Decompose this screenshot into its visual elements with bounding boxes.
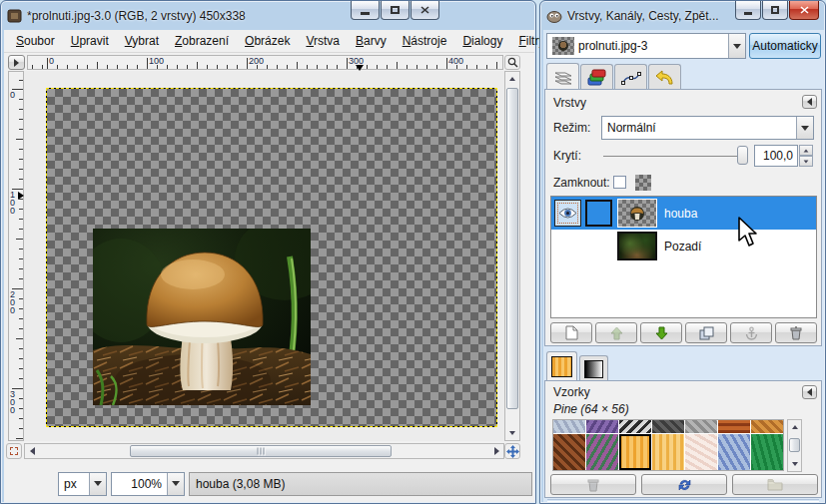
pattern-swatch-rust[interactable] [718, 420, 750, 433]
pattern-swatch-hatch[interactable] [685, 420, 717, 433]
tab-patterns[interactable] [546, 351, 577, 381]
navigation-cross-icon [506, 445, 519, 458]
status-text: houba (3,08 MB) [196, 477, 285, 491]
pattern-swatch-sky[interactable] [553, 420, 585, 433]
layer-row-houba[interactable]: houba [551, 197, 816, 230]
mouse-cursor [737, 217, 759, 249]
delete-layer-button[interactable] [775, 322, 817, 343]
patterns-tab-menu-button[interactable] [802, 385, 817, 399]
visibility-toggle[interactable] [554, 200, 581, 227]
horizontal-scrollbar[interactable] [24, 443, 504, 459]
menu-arrow-icon [14, 59, 19, 67]
canvas-transparency[interactable] [47, 89, 496, 426]
vertical-ruler[interactable]: 0 100 200 300 [8, 71, 24, 441]
zoom-fit-button[interactable] [504, 55, 520, 70]
menu-upravit[interactable]: Upravit [63, 31, 117, 51]
pattern-swatch-swirl[interactable] [586, 434, 618, 470]
tab-paths[interactable] [614, 64, 647, 90]
menu-nastroje[interactable]: Nástroje [395, 31, 455, 51]
vertical-scrollbar[interactable] [504, 71, 520, 441]
anchor-layer-button[interactable] [730, 322, 772, 343]
new-layer-button[interactable] [550, 322, 592, 343]
opacity-decrement-button[interactable] [799, 156, 813, 167]
layer-thumbnail-pozadi[interactable] [617, 232, 657, 260]
tab-layers[interactable] [546, 63, 579, 90]
pattern-scroll-up[interactable] [788, 420, 802, 434]
menu-vrstva[interactable]: Vrstva [298, 31, 348, 51]
scroll-down-arrow[interactable] [505, 426, 519, 440]
image-selector-arrow[interactable] [728, 34, 745, 58]
image-menu-button[interactable] [8, 55, 25, 70]
tab-undo-history[interactable] [648, 64, 681, 90]
close-button[interactable] [411, 1, 439, 20]
tab-gradients[interactable] [579, 355, 608, 381]
duplicate-layer-button[interactable] [685, 322, 727, 343]
lower-layer-button[interactable] [640, 322, 682, 343]
canvas-viewport[interactable] [24, 71, 504, 441]
auto-follow-button[interactable]: Automaticky [749, 33, 821, 59]
opacity-spinbox[interactable]: 100,0 [754, 145, 798, 167]
pattern-scroll-thumb[interactable] [789, 438, 800, 452]
lock-checkbox[interactable] [613, 176, 626, 189]
menu-vybrat[interactable]: Vybrat [117, 31, 167, 51]
minimize-button[interactable] [351, 1, 380, 20]
image-selector-combobox[interactable]: prolnuti.jpg-3 [546, 33, 746, 59]
opacity-spin-buttons [799, 145, 813, 167]
mode-combobox[interactable]: Normální [601, 116, 814, 140]
pattern-scrollbar[interactable] [787, 419, 802, 472]
zoom-dropdown-arrow[interactable] [167, 473, 184, 495]
pattern-swatch-water[interactable] [718, 434, 750, 470]
opacity-slider-track[interactable] [603, 156, 743, 157]
main-titlebar[interactable]: *prolnuti.jpg-3.0 (RGB, 2 vrstvy) 450x33… [1, 1, 535, 30]
menu-dialogy[interactable]: Dialogy [454, 31, 510, 51]
unit-dropdown-arrow[interactable] [89, 473, 106, 495]
menu-obrazek[interactable]: Obrázek [237, 31, 298, 51]
zoom-value: 100% [112, 477, 167, 491]
menu-soubor[interactable]: Soubor [8, 31, 63, 51]
dock-maximize-button[interactable] [762, 1, 788, 20]
refresh-patterns-button[interactable] [641, 474, 727, 495]
pattern-swatch-parquet[interactable] [553, 434, 585, 470]
horizontal-ruler[interactable]: 0 100 200 300 400 [27, 55, 503, 70]
delete-pattern-button[interactable] [550, 474, 636, 495]
gradient-swatch-icon [584, 360, 603, 378]
pattern-swatch-marble[interactable] [685, 434, 717, 470]
layer-row-pozadi[interactable]: Pozadí [551, 230, 816, 262]
raise-layer-button[interactable] [595, 322, 637, 343]
pattern-swatch-pine[interactable] [619, 434, 651, 470]
quick-mask-icon [10, 447, 18, 455]
layer-thumbnail-houba[interactable] [617, 199, 657, 228]
scroll-right-arrow[interactable] [489, 444, 503, 458]
resize-grip[interactable] [547, 499, 819, 502]
opacity-increment-button[interactable] [799, 145, 813, 156]
maximize-button[interactable] [381, 1, 410, 20]
quick-mask-button[interactable] [6, 443, 22, 459]
unit-combobox[interactable]: px [58, 472, 107, 496]
zoom-combobox[interactable]: 100% [111, 472, 185, 496]
current-pattern-name: Pine (64 × 56) [553, 402, 629, 416]
pattern-swatch-purple[interactable] [586, 420, 618, 433]
mode-dropdown-arrow[interactable] [796, 117, 813, 139]
horizontal-scroll-thumb[interactable] [130, 445, 392, 457]
opacity-slider-handle[interactable] [737, 146, 748, 165]
menu-barvy[interactable]: Barvy [348, 31, 395, 51]
scroll-left-arrow[interactable] [25, 444, 39, 458]
tab-channels[interactable] [580, 64, 613, 90]
dock-close-button[interactable] [789, 1, 819, 20]
navigation-button[interactable] [504, 443, 520, 459]
menu-zobrazeni[interactable]: Zobrazení [167, 31, 237, 51]
link-toggle[interactable] [585, 200, 612, 227]
pattern-swatch-grass-green[interactable] [751, 434, 783, 470]
open-pattern-folder-button[interactable] [732, 474, 818, 495]
layers-panel-title: Vrstvy [553, 96, 586, 110]
vertical-scroll-thumb[interactable] [506, 88, 518, 409]
pattern-swatch-clouds[interactable] [619, 420, 651, 433]
pattern-swatch-leather[interactable] [751, 420, 783, 433]
scroll-up-arrow[interactable] [505, 72, 519, 86]
layers-tab-menu-button[interactable] [802, 95, 817, 109]
dock-titlebar[interactable]: Vrstvy, Kanály, Cesty, Zpět... [540, 1, 825, 30]
pattern-swatch-stripes[interactable] [652, 434, 684, 470]
pattern-swatch-slate[interactable] [652, 420, 684, 433]
dock-minimize-button[interactable] [735, 1, 761, 20]
pattern-scroll-down[interactable] [788, 457, 802, 471]
